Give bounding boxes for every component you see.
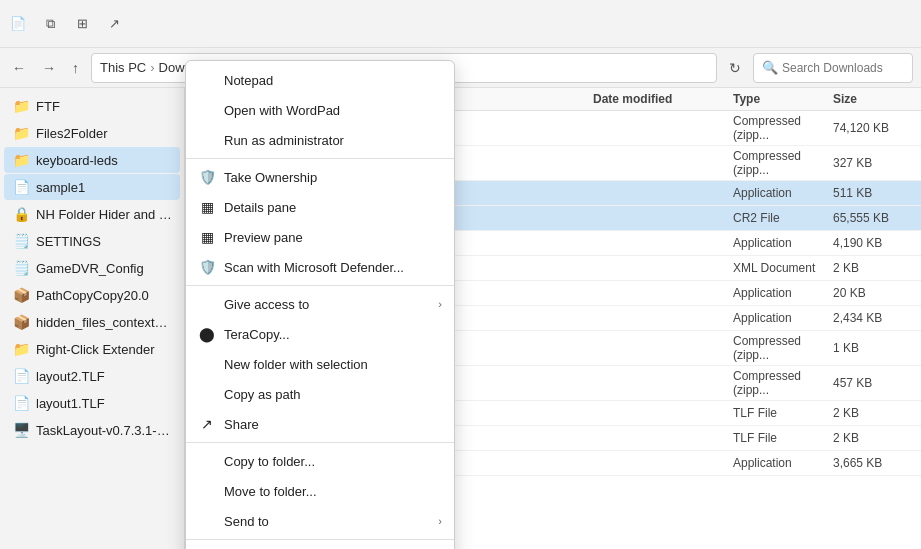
title-bar: 📄 ⧉ ⊞ ↗ <box>0 0 921 48</box>
menu-item-cut[interactable]: Cut <box>186 543 454 549</box>
file-size: 65,555 KB <box>833 211 913 225</box>
refresh-button[interactable]: ↻ <box>725 56 745 80</box>
sidebar-item-layout1[interactable]: 📄 layout1.TLF <box>4 390 180 416</box>
file-type: Application <box>733 286 833 300</box>
menu-label-notepad: Notepad <box>224 73 442 88</box>
menu-item-share[interactable]: ↗ Share <box>186 409 454 439</box>
up-button[interactable]: ↑ <box>68 56 83 80</box>
back-button[interactable]: ← <box>8 56 30 80</box>
menu-label-new-folder-selection: New folder with selection <box>224 357 442 372</box>
sidebar: 📁 FTF 📁 Files2Folder 📁 keyboard-leds 📄 s… <box>0 88 185 549</box>
sidebar-item-nh-folder[interactable]: 🔒 NH Folder Hider and Loc <box>4 201 180 227</box>
menu-icon-new-folder-selection <box>198 355 216 373</box>
menu-item-copy-path[interactable]: Copy as path <box>186 379 454 409</box>
share-icon[interactable]: ↗ <box>104 14 124 34</box>
sidebar-item-settings[interactable]: 🗒️ SETTINGS <box>4 228 180 254</box>
menu-label-move-to-folder: Move to folder... <box>224 484 442 499</box>
file-size: 2,434 KB <box>833 311 913 325</box>
sidebar-item-layout2[interactable]: 📄 layout2.TLF <box>4 363 180 389</box>
menu-icon-scan-defender: 🛡️ <box>198 258 216 276</box>
sidebar-item-hidden-files[interactable]: 📦 hidden_files_context_me <box>4 309 180 335</box>
menu-label-give-access: Give access to <box>224 297 430 312</box>
address-bar: ← → ↑ This PC › Downloads ▾ ↻ 🔍 <box>0 48 921 88</box>
menu-item-open-wordpad[interactable]: Open with WordPad <box>186 95 454 125</box>
menu-label-preview-pane: Preview pane <box>224 230 442 245</box>
file-type: Application <box>733 311 833 325</box>
sidebar-item-files2folder[interactable]: 📁 Files2Folder <box>4 120 180 146</box>
search-input[interactable] <box>782 61 904 75</box>
sidebar-label-sample1: sample1 <box>36 180 85 195</box>
menu-label-scan-defender: Scan with Microsoft Defender... <box>224 260 442 275</box>
menu-label-take-ownership: Take Ownership <box>224 170 442 185</box>
menu-label-send-to: Send to <box>224 514 430 529</box>
sidebar-item-rightclick[interactable]: 📁 Right-Click Extender <box>4 336 180 362</box>
sidebar-label-nh-folder: NH Folder Hider and Loc <box>36 207 172 222</box>
menu-item-copy-to-folder[interactable]: Copy to folder... <box>186 446 454 476</box>
menu-item-run-admin[interactable]: Run as administrator <box>186 125 454 155</box>
file-size: 4,190 KB <box>833 236 913 250</box>
sidebar-label-tasklayout: TaskLayout-v0.7.3.1-Insta <box>36 423 172 438</box>
submenu-arrow-give-access: › <box>438 298 442 310</box>
menu-item-details-pane[interactable]: ▦ Details pane <box>186 192 454 222</box>
file-type: Compressed (zipp... <box>733 334 833 362</box>
sidebar-icon-ftf: 📁 <box>12 97 30 115</box>
menu-icon-open-wordpad <box>198 101 216 119</box>
menu-item-send-to[interactable]: Send to › <box>186 506 454 536</box>
file-type: Compressed (zipp... <box>733 114 833 142</box>
menu-item-new-folder-selection[interactable]: New folder with selection <box>186 349 454 379</box>
sidebar-item-pathcopycopy[interactable]: 📦 PathCopyCopy20.0 <box>4 282 180 308</box>
menu-icon-preview-pane: ▦ <box>198 228 216 246</box>
file-type: Application <box>733 236 833 250</box>
menu-item-scan-defender[interactable]: 🛡️ Scan with Microsoft Defender... <box>186 252 454 282</box>
copy-icon[interactable]: ⧉ <box>40 14 60 34</box>
sidebar-icon-keyboard-leds: 📁 <box>12 151 30 169</box>
sidebar-item-gamedvr[interactable]: 🗒️ GameDVR_Config <box>4 255 180 281</box>
submenu-arrow-send-to: › <box>438 515 442 527</box>
menu-icon-send-to <box>198 512 216 530</box>
menu-item-move-to-folder[interactable]: Move to folder... <box>186 476 454 506</box>
sidebar-icon-sample1: 📄 <box>12 178 30 196</box>
file-type: TLF File <box>733 406 833 420</box>
sidebar-icon-settings: 🗒️ <box>12 232 30 250</box>
sidebar-item-tasklayout[interactable]: 🖥️ TaskLayout-v0.7.3.1-Insta <box>4 417 180 443</box>
menu-icon-copy-path <box>198 385 216 403</box>
search-box[interactable]: 🔍 <box>753 53 913 83</box>
forward-button[interactable]: → <box>38 56 60 80</box>
sidebar-icon-files2folder: 📁 <box>12 124 30 142</box>
file-type: Compressed (zipp... <box>733 149 833 177</box>
move-icon[interactable]: ⊞ <box>72 14 92 34</box>
menu-separator <box>186 285 454 286</box>
sidebar-label-pathcopycopy: PathCopyCopy20.0 <box>36 288 149 303</box>
menu-icon-run-admin <box>198 131 216 149</box>
sidebar-icon-pathcopycopy: 📦 <box>12 286 30 304</box>
sidebar-label-rightclick: Right-Click Extender <box>36 342 155 357</box>
menu-icon-move-to-folder <box>198 482 216 500</box>
menu-item-preview-pane[interactable]: ▦ Preview pane <box>186 222 454 252</box>
menu-icon-notepad <box>198 71 216 89</box>
sidebar-label-layout2: layout2.TLF <box>36 369 105 384</box>
file-type: XML Document <box>733 261 833 275</box>
menu-item-teracopy[interactable]: ⬤ TeraCopy... <box>186 319 454 349</box>
sidebar-item-keyboard-leds[interactable]: 📁 keyboard-leds <box>4 147 180 173</box>
file-size: 1 KB <box>833 341 913 355</box>
file-size: 74,120 KB <box>833 121 913 135</box>
menu-icon-details-pane: ▦ <box>198 198 216 216</box>
file-size: 511 KB <box>833 186 913 200</box>
menu-icon-copy-to-folder <box>198 452 216 470</box>
sidebar-item-sample1[interactable]: 📄 sample1 <box>4 174 180 200</box>
menu-separator <box>186 442 454 443</box>
sidebar-item-ftf[interactable]: 📁 FTF <box>4 93 180 119</box>
menu-label-copy-path: Copy as path <box>224 387 442 402</box>
menu-item-notepad[interactable]: Notepad <box>186 65 454 95</box>
menu-item-take-ownership[interactable]: 🛡️ Take Ownership <box>186 162 454 192</box>
menu-icon-teracopy: ⬤ <box>198 325 216 343</box>
file-size: 327 KB <box>833 156 913 170</box>
menu-item-give-access[interactable]: Give access to › <box>186 289 454 319</box>
file-size: 457 KB <box>833 376 913 390</box>
sidebar-icon-hidden-files: 📦 <box>12 313 30 331</box>
file-type: Application <box>733 186 833 200</box>
file-type: TLF File <box>733 431 833 445</box>
sidebar-label-settings: SETTINGS <box>36 234 101 249</box>
file-size: 2 KB <box>833 261 913 275</box>
sidebar-icon-nh-folder: 🔒 <box>12 205 30 223</box>
